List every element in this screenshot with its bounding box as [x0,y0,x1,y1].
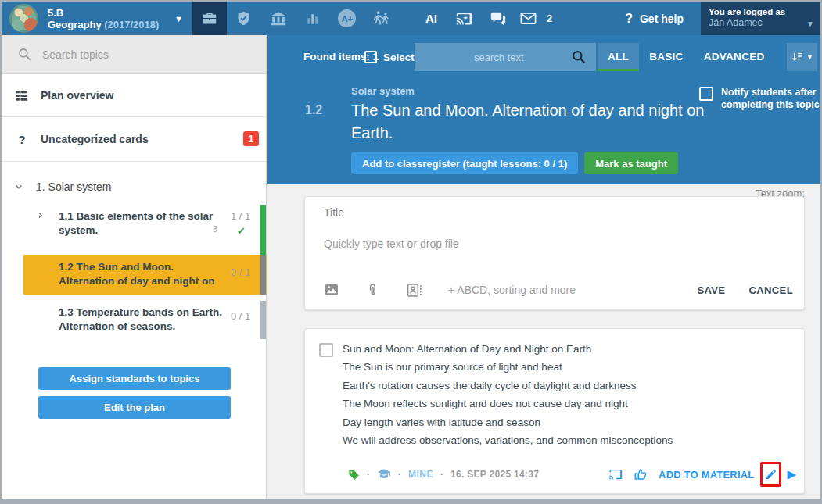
sidebar-item-plan-overview[interactable]: Plan overview [2,74,266,117]
results-nav-button[interactable] [296,2,330,35]
topic-category: Solar system [351,85,415,97]
topic-title: Basic elements of the solar system. [59,210,213,236]
topic-title: Temperature bands on Earth. Alternation … [59,306,222,332]
tree-node-solar-system[interactable]: 1. Solar system [2,176,266,198]
present-cast-icon[interactable] [608,467,623,481]
user-name: Ján Adamec [709,17,813,29]
search-icon [17,47,32,62]
play-icon[interactable]: ▶ [787,467,796,481]
topic-item-1-2-selected[interactable]: 1.2 The Sun and Moon. Alternation of day… [23,255,267,295]
card-search-box [415,43,596,71]
highlight-box [760,462,781,487]
user-menu[interactable]: You are logged as Ján Adamec ▼ [701,2,820,35]
save-button[interactable]: SAVE [697,284,725,296]
topic-status-strip [260,301,266,339]
chevron-down-icon: ▼ [806,20,814,28]
card-text-line: The Moon reflects sunlight and does not … [343,395,791,413]
school-year: (2017/2018) [104,19,159,30]
topic-number: 1.2 [305,103,322,117]
edit-pencil-icon[interactable] [765,468,777,481]
thumbs-up-icon[interactable] [634,467,648,481]
cast-icon [455,10,472,27]
select-all-checkbox[interactable] [364,51,377,63]
sort-icon [791,51,804,64]
quick-add-card-editor: Title Quickly type text or drop file + A… [304,196,805,310]
topic-status-strip [260,255,266,295]
walking-people-icon [372,9,390,27]
topic-progress: 0 / 1 [231,266,250,278]
material-card: Sun and Moon: Alternation of Day and Nig… [304,328,805,494]
grades-nav-button[interactable]: A+ [330,2,364,35]
search-icon[interactable] [571,49,587,65]
card-title-field[interactable]: Title [324,206,344,219]
top-bar: 5.B Geography (2017/2018) ▼ A+ AI [2,2,820,35]
standards-nav-button[interactable] [227,2,261,35]
notify-students-checkbox[interactable] [699,87,713,101]
chat-bubbles-icon [490,10,507,27]
topic-number: 1.2 [59,261,74,273]
chevron-down-icon[interactable]: ▼ [174,14,183,23]
class-subject-selector[interactable]: 5.B Geography (2017/2018) [48,7,173,30]
filter-tabs: ALL BASIC ADVANCED [598,43,775,71]
card-body-field[interactable]: Quickly type text or drop file [324,238,459,250]
cards-area: Text zoom: Title Quickly type text or dr… [267,184,820,499]
bar-chart-icon [305,11,321,27]
plan-overview-label: Plan overview [41,89,113,102]
topic-progress: 1 / 1 [231,210,250,222]
plans-nav-button[interactable] [192,2,227,35]
list-icon [14,88,30,103]
app-window: 5.B Geography (2017/2018) ▼ A+ AI [2,2,820,499]
add-to-material-button[interactable]: ADD TO MATERIAL [659,469,754,481]
cancel-button[interactable]: CANCEL [748,284,793,296]
school-logo[interactable] [9,4,38,33]
search-topics-input[interactable] [42,48,230,61]
owner-label: MINE [408,469,433,480]
tab-basic[interactable]: BASIC [639,43,694,71]
a-plus-icon: A+ [338,9,356,27]
sidebar-item-uncategorized[interactable]: ? Uncategorized cards 1 [2,117,266,162]
add-to-classregister-button[interactable]: Add to classregister (taught lessons: 0 … [351,152,578,174]
chevron-down-icon[interactable] [14,182,23,191]
tab-advanced[interactable]: ADVANCED [694,43,775,71]
cast-lesson-button[interactable] [447,2,481,35]
chat-button[interactable] [481,2,515,35]
insert-image-icon[interactable] [324,282,339,298]
topics-sidebar: Plan overview ? Uncategorized cards 1 1.… [2,35,267,499]
envelope-icon [519,9,537,27]
card-text-line: Earth's rotation causes the daily cycle … [343,377,791,395]
topic-progress: 0 / 1 [231,310,250,322]
tab-all[interactable]: ALL [598,43,639,71]
card-text-line: Day length varies with latitude and seas… [343,413,791,431]
separator-dot: · [398,469,401,480]
messages-count-badge: 2 [547,13,552,24]
library-nav-button[interactable] [261,2,296,35]
messages-button[interactable] [515,2,542,35]
ai-button[interactable]: AI [416,12,447,25]
edit-plan-button[interactable]: Edit the plan [38,396,231,419]
topic-header: Found items: 1 Select all ALL BASIC ADVA… [267,35,820,184]
briefcase-icon [201,10,218,27]
get-help-button[interactable]: ? Get help [625,12,684,26]
card-search-input[interactable] [415,43,596,71]
notify-students-label: Notify students after completing this to… [721,86,820,111]
topic-card-count-badge: 3 [213,225,217,234]
topic-item-1-3[interactable]: 1.3 Temperature bands on Earth. Alternat… [2,301,266,339]
sort-button[interactable]: ▼ [787,43,817,71]
chevron-right-icon[interactable] [36,211,45,220]
more-question-types-button[interactable]: + ABCD, sorting and more [448,284,576,296]
mark-as-taught-button[interactable]: Mark as taught [584,152,678,174]
topic-number: 1.1 [59,210,74,222]
attach-file-icon[interactable] [365,283,380,298]
assign-standards-button[interactable]: Assign standards to topics [38,367,231,390]
separator-dot: · [367,469,370,480]
topic-item-1-1[interactable]: 1.1 Basic elements of the solar system. … [2,205,266,255]
card-select-checkbox[interactable] [319,343,333,357]
get-help-label: Get help [640,13,684,25]
sidebar-search[interactable] [2,35,266,74]
card-text-line: We will address observations, variations… [343,431,791,449]
excursion-nav-button[interactable] [364,2,399,35]
contact-card-icon[interactable] [406,282,422,298]
topic-title: The Sun and Moon. Alternation of day and… [59,261,215,287]
class-name: 5.B [48,7,173,19]
tag-icon [347,468,360,481]
